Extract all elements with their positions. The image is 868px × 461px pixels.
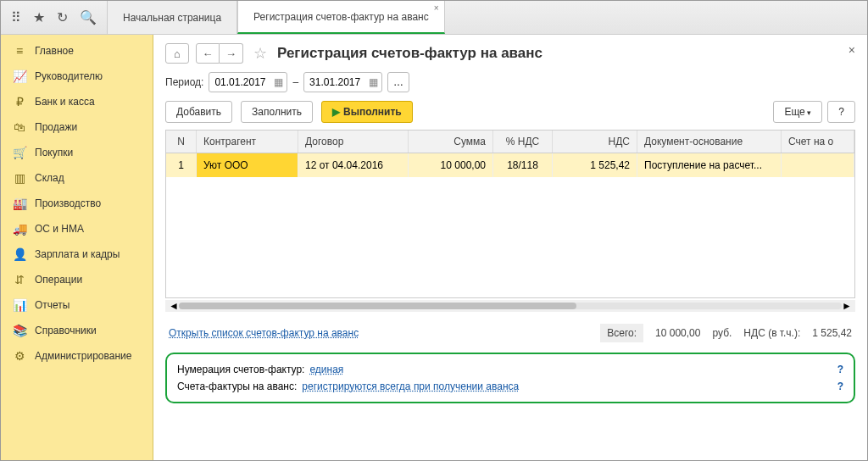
ruble-icon: ₽ <box>13 95 26 108</box>
bag-icon: 🛍 <box>13 120 26 134</box>
period-label: Период: <box>165 76 203 88</box>
tab-registration[interactable]: Регистрация счетов-фактур на аванс × <box>237 1 445 34</box>
main-pane: × ⌂ ← → ☆ Регистрация счетов-фактур на а… <box>153 35 867 460</box>
total-nds-label: НДС (в т.ч.): <box>743 327 800 339</box>
sidebar-item-admin[interactable]: ⚙Администрирование <box>1 343 153 369</box>
numbering-label: Нумерация счетов-фактур: <box>177 364 304 375</box>
open-list-link[interactable]: Открыть список счетов-фактур на аванс <box>169 327 359 339</box>
home-button[interactable]: ⌂ <box>165 43 189 64</box>
bars-icon: 📊 <box>13 298 26 312</box>
help-icon[interactable]: ? <box>837 380 843 392</box>
run-button[interactable]: ▶Выполнить <box>321 101 413 123</box>
col-n[interactable]: N <box>166 131 197 153</box>
help-button[interactable]: ? <box>827 101 855 123</box>
col-nds[interactable]: НДС <box>553 131 637 153</box>
cart-icon: 🛒 <box>13 146 26 159</box>
table-row[interactable]: 1 Уют ООО 12 от 04.04.2016 10 000,00 18/… <box>166 153 854 177</box>
grid-header: N Контрагент Договор Сумма % НДС НДС Док… <box>166 131 854 153</box>
factory-icon: 🏭 <box>13 197 26 210</box>
sidebar-item-ops[interactable]: ⇵Операции <box>1 267 153 292</box>
total-sum: 10 000,00 <box>655 327 700 339</box>
star-icon[interactable]: ★ <box>33 9 45 25</box>
advance-label: Счета-фактуры на аванс: <box>177 380 297 392</box>
favorite-icon[interactable]: ☆ <box>253 44 267 63</box>
close-main-icon[interactable]: × <box>849 43 855 57</box>
stock-icon: ▥ <box>13 171 26 185</box>
sidebar-item-bank[interactable]: ₽Банк и касса <box>1 89 153 114</box>
settings-box: Нумерация счетов-фактур: единая ? Счета-… <box>165 353 855 403</box>
calendar-icon[interactable]: ▦ <box>369 76 378 88</box>
numbering-link[interactable]: единая <box>309 364 343 375</box>
sidebar-item-reports[interactable]: 📊Отчеты <box>1 292 153 318</box>
close-icon[interactable]: × <box>434 3 439 13</box>
advance-link[interactable]: регистрируются всегда при получении аван… <box>302 380 519 392</box>
forward-button[interactable]: → <box>220 43 243 64</box>
period-sep: – <box>292 76 298 88</box>
sidebar-item-main[interactable]: ≡Главное <box>1 38 153 64</box>
date-to-field[interactable]: ▦ <box>303 72 382 92</box>
col-account[interactable]: Счет на о <box>782 131 854 153</box>
grid: N Контрагент Договор Сумма % НДС НДС Док… <box>165 130 855 298</box>
history-icon[interactable]: ↻ <box>57 9 68 25</box>
gear-icon: ⚙ <box>13 349 26 363</box>
sidebar-item-stock[interactable]: ▥Склад <box>1 165 153 191</box>
total-rub: руб. <box>712 327 732 339</box>
scroll-left-icon[interactable]: ◄ <box>169 300 179 312</box>
col-doc[interactable]: Документ-основание <box>637 131 782 153</box>
back-button[interactable]: ← <box>196 43 220 64</box>
sidebar-item-manager[interactable]: 📈Руководителю <box>1 64 153 89</box>
sidebar-item-refs[interactable]: 📚Справочники <box>1 318 153 343</box>
sidebar-item-salary[interactable]: 👤Зарплата и кадры <box>1 242 153 267</box>
sidebar-item-buy[interactable]: 🛒Покупки <box>1 140 153 165</box>
period-select-button[interactable]: … <box>387 72 409 92</box>
col-contragent[interactable]: Контрагент <box>197 131 298 153</box>
total-nds: 1 525,42 <box>812 327 852 339</box>
horizontal-scrollbar[interactable]: ◄ ► <box>165 300 855 312</box>
search-icon[interactable]: 🔍 <box>80 9 97 25</box>
col-vatpct[interactable]: % НДС <box>493 131 553 153</box>
more-button[interactable]: Еще <box>773 101 822 123</box>
chart-icon: 📈 <box>13 69 26 83</box>
play-icon: ▶ <box>332 106 340 118</box>
tab-home[interactable]: Начальная страница <box>107 1 237 34</box>
date-from-field[interactable]: ▦ <box>209 72 287 92</box>
topbar: ⠿ ★ ↻ 🔍 Начальная страница Регистрация с… <box>1 1 867 35</box>
page-title: Регистрация счетов-фактур на аванс <box>277 45 542 62</box>
add-button[interactable]: Добавить <box>165 101 232 123</box>
swap-icon: ⇵ <box>13 273 26 286</box>
truck-icon: 🚚 <box>13 222 26 236</box>
menu-icon: ≡ <box>13 44 26 58</box>
sidebar-item-prod[interactable]: 🏭Производство <box>1 191 153 216</box>
person-icon: 👤 <box>13 247 26 261</box>
col-sum[interactable]: Сумма <box>409 131 493 153</box>
help-icon[interactable]: ? <box>837 364 843 375</box>
fill-button[interactable]: Заполнить <box>241 101 313 123</box>
scroll-right-icon[interactable]: ► <box>842 300 852 312</box>
sidebar-item-sales[interactable]: 🛍Продажи <box>1 114 153 140</box>
sidebar-item-os[interactable]: 🚚ОС и НМА <box>1 216 153 242</box>
col-contract[interactable]: Договор <box>298 131 409 153</box>
apps-icon[interactable]: ⠿ <box>11 9 21 25</box>
books-icon: 📚 <box>13 324 26 337</box>
calendar-icon[interactable]: ▦ <box>274 76 283 88</box>
sidebar: ≡Главное 📈Руководителю ₽Банк и касса 🛍Пр… <box>1 35 153 460</box>
total-label: Всего: <box>600 324 643 342</box>
